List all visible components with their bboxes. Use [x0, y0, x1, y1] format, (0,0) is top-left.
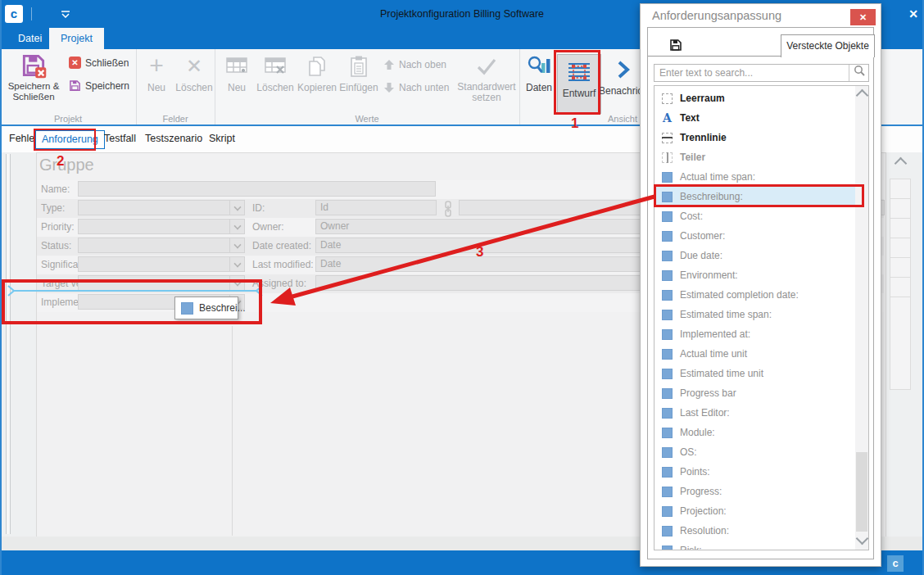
panel-field-item-label: Beschreibung: — [680, 191, 743, 202]
panel-field-item[interactable]: Leerraum — [654, 88, 855, 108]
chevron-down-icon[interactable] — [229, 257, 244, 271]
save-icon — [69, 79, 81, 92]
background-cell-column — [890, 179, 911, 390]
field-icon — [662, 270, 673, 281]
form-column-divider — [232, 326, 233, 536]
panel-field-item-label: Module: — [680, 427, 715, 438]
search-input[interactable]: Enter text to search... — [654, 64, 869, 82]
status-label: Status: — [41, 237, 71, 256]
tab-testszenario[interactable]: Testszenario — [139, 130, 208, 147]
field-icon — [662, 211, 673, 222]
panel-field-item[interactable]: Risk: — [654, 541, 855, 550]
ribbon-tab-datei[interactable]: Datei — [7, 28, 53, 49]
copy-button[interactable]: Kopieren — [297, 54, 337, 93]
panel-field-item[interactable]: Actual time unit — [654, 344, 855, 364]
ribbon-tab-projekt[interactable]: Projekt — [49, 28, 104, 49]
arrow-up-icon — [383, 59, 395, 70]
panel-field-item[interactable]: Teiler — [654, 147, 855, 167]
field-icon — [662, 329, 673, 340]
field-icon — [662, 408, 673, 419]
panel-field-item[interactable]: Module: — [654, 423, 855, 442]
tab-anforderung[interactable]: Anforderung — [35, 130, 105, 149]
paste-button[interactable]: Einfügen — [339, 54, 378, 93]
field-icon — [662, 231, 673, 242]
scrollbar-thumb[interactable] — [856, 452, 867, 532]
panel-field-item-label: Resolution: — [680, 525, 729, 537]
chevron-down-icon[interactable] — [229, 220, 244, 233]
move-down-button[interactable]: Nach unten — [383, 82, 449, 93]
field-icon — [662, 310, 673, 320]
type-label: Type: — [41, 199, 65, 218]
panel-field-item[interactable]: Cost: — [654, 206, 855, 226]
splitter-handle[interactable] — [6, 154, 11, 534]
close-button[interactable]: ✕ Schließen — [69, 57, 129, 69]
field-new-button[interactable]: + Neu — [139, 54, 174, 93]
panel-close-button[interactable]: ✕ — [850, 9, 876, 25]
chevron-down-icon[interactable] — [229, 238, 244, 252]
field-delete-button[interactable]: ✕ Löschen — [175, 54, 213, 93]
name-field[interactable] — [78, 181, 436, 197]
panel-field-item[interactable]: Implemented at: — [654, 324, 855, 344]
group-label-projekt: Projekt — [0, 114, 136, 124]
chevron-down-icon[interactable] — [229, 201, 244, 215]
significance-combobox[interactable] — [78, 256, 245, 272]
panel-field-item[interactable]: Due date: — [654, 246, 855, 265]
panel-field-item[interactable]: Beschreibung: — [654, 187, 855, 206]
move-up-button[interactable]: Nach oben — [383, 59, 446, 70]
panel-field-item[interactable]: AText — [654, 108, 855, 128]
search-placeholder: Enter text to search... — [659, 65, 753, 81]
panel-field-item[interactable]: Estimated time unit — [654, 364, 855, 383]
id-field[interactable]: Id — [315, 200, 437, 215]
arrow-down-icon — [383, 82, 395, 93]
panel-field-item[interactable]: Projection: — [654, 501, 855, 521]
scroll-down-icon[interactable] — [856, 532, 869, 546]
list-scrollbar[interactable] — [855, 86, 868, 550]
search-icon — [854, 65, 865, 76]
save-close-icon — [20, 52, 47, 79]
value-new-button[interactable]: Neu — [220, 54, 254, 93]
field-icon — [662, 251, 673, 261]
panel-field-item[interactable]: Last Editor: — [654, 403, 855, 423]
tab-testfall[interactable]: Testfall — [98, 130, 142, 147]
value-delete-button[interactable]: Löschen — [256, 54, 295, 93]
window-close-button[interactable]: ✕ — [904, 6, 922, 22]
data-view-button[interactable]: Daten — [523, 54, 555, 93]
panel-field-item[interactable]: Actual time span: — [654, 167, 855, 187]
group-label-felder: Felder — [136, 114, 215, 124]
panel-field-item[interactable]: OS: — [654, 442, 855, 462]
panel-field-item[interactable]: Trennlinie — [654, 128, 855, 147]
field-icon — [662, 526, 673, 537]
panel-field-item[interactable]: Resolution: — [654, 521, 855, 541]
save-layout-icon[interactable] — [669, 38, 682, 52]
tab-skript[interactable]: Skript — [203, 130, 241, 147]
panel-field-item[interactable]: Progress bar — [654, 383, 855, 403]
drop-insert-indicator — [5, 285, 265, 297]
save-and-close-button[interactable]: Speichern & Schließen — [3, 52, 64, 102]
status-combobox[interactable] — [78, 238, 245, 253]
scroll-up-icon[interactable] — [856, 89, 869, 102]
panel-field-item[interactable]: Progress: — [654, 482, 855, 501]
text-a-icon: A — [662, 113, 673, 124]
field-icon — [662, 388, 673, 399]
panel-field-item-label: Estimated completion date: — [680, 289, 799, 301]
close-red-icon: ✕ — [69, 57, 81, 69]
type-combobox[interactable] — [78, 200, 245, 215]
set-default-button[interactable]: Standardwert setzen — [457, 54, 516, 103]
search-button[interactable] — [849, 65, 868, 81]
save-button[interactable]: Speichern — [69, 79, 129, 92]
design-selection-icon — [567, 60, 591, 84]
scroll-up-icon[interactable] — [895, 157, 908, 170]
panel-field-item[interactable]: Customer: — [654, 226, 855, 246]
panel-field-item-label: Trennlinie — [680, 132, 727, 143]
panel-field-item[interactable]: Environment: — [654, 265, 855, 285]
field-icon — [662, 447, 673, 458]
field-icon — [662, 546, 673, 551]
panel-field-item[interactable]: Estimated time span: — [654, 305, 855, 324]
priority-combobox[interactable] — [78, 219, 245, 234]
form-group-title: Gruppe — [39, 156, 94, 174]
tab-versteckte-objekte[interactable]: Versteckte Objekte — [781, 34, 875, 57]
panel-field-item[interactable]: Points: — [654, 462, 855, 482]
link-chain-icon[interactable] — [442, 201, 454, 217]
panel-field-item-label: Last Editor: — [680, 407, 730, 419]
panel-field-item[interactable]: Estimated completion date: — [654, 285, 855, 305]
